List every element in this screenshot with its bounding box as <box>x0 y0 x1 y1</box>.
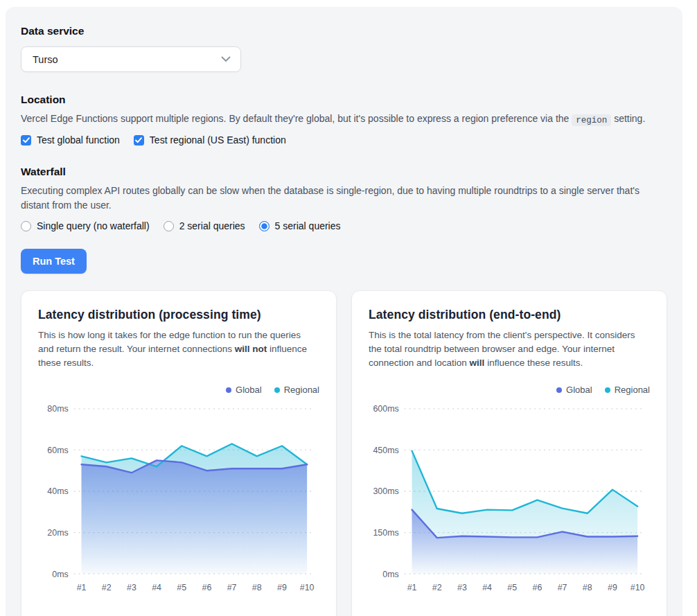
svg-text:#8: #8 <box>583 583 592 592</box>
svg-text:#4: #4 <box>152 583 161 592</box>
location-description: Vercel Edge Functions support multiple r… <box>21 112 662 127</box>
svg-text:450ms: 450ms <box>373 446 398 455</box>
svg-text:#1: #1 <box>407 583 417 592</box>
legend-item-global: Global <box>556 385 592 395</box>
legend-label: Regional <box>284 385 319 395</box>
svg-text:#9: #9 <box>608 583 617 592</box>
legend-label: Global <box>566 385 592 395</box>
svg-text:80ms: 80ms <box>47 404 68 414</box>
data-service-select[interactable]: Turso <box>21 46 241 72</box>
svg-text:300ms: 300ms <box>373 486 398 496</box>
checkbox-option[interactable]: Test global function <box>21 134 120 146</box>
chart-card-processing-time: Latency distribution (processing time) T… <box>21 290 337 616</box>
radio-unselected-icon[interactable] <box>21 221 31 231</box>
run-test-button[interactable]: Run Test <box>21 249 87 274</box>
legend-dot-icon <box>226 387 231 393</box>
chart-description: This is how long it takes for the edge f… <box>38 328 307 370</box>
svg-text:40ms: 40ms <box>47 486 68 496</box>
chart-title: Latency distribution (end-to-end) <box>369 308 650 322</box>
legend-dot-icon <box>605 387 610 393</box>
chevron-down-icon <box>221 56 231 62</box>
chart-card-end-to-end: Latency distribution (end-to-end) This i… <box>351 290 667 616</box>
svg-text:60ms: 60ms <box>47 446 68 455</box>
svg-text:#3: #3 <box>457 583 467 592</box>
legend-dot-icon <box>556 387 562 393</box>
svg-text:#7: #7 <box>227 583 237 592</box>
radio-selected-icon[interactable] <box>259 221 270 231</box>
svg-text:#9: #9 <box>277 583 287 592</box>
radio-unselected-icon[interactable] <box>164 221 174 231</box>
svg-text:#6: #6 <box>533 583 542 592</box>
chart-description: This is the total latency from the clien… <box>369 328 637 370</box>
radio-label: Single query (no waterfall) <box>37 220 150 231</box>
svg-text:#3: #3 <box>127 583 136 592</box>
radio-label: 2 serial queries <box>179 220 245 231</box>
svg-text:#10: #10 <box>300 583 315 592</box>
radio-option[interactable]: Single query (no waterfall) <box>21 220 150 231</box>
legend-dot-icon <box>274 387 280 393</box>
checkbox-option[interactable]: Test regional (US East) function <box>134 134 286 146</box>
svg-text:#2: #2 <box>432 583 442 592</box>
latency-end-to-end-chart: 600ms450ms300ms150ms0ms#1#2#3#4#5#6#7#8#… <box>369 399 650 599</box>
waterfall-description: Executing complex API routes globally ca… <box>21 184 665 213</box>
data-service-selected-value: Turso <box>33 54 58 65</box>
svg-text:#4: #4 <box>482 583 492 592</box>
chart-legend: GlobalRegional <box>369 385 650 395</box>
svg-text:600ms: 600ms <box>373 404 398 414</box>
svg-text:0ms: 0ms <box>52 570 68 579</box>
checkbox-checked-icon[interactable] <box>21 135 31 146</box>
svg-text:#7: #7 <box>558 583 567 592</box>
radio-option[interactable]: 5 serial queries <box>259 220 341 231</box>
svg-text:#2: #2 <box>102 583 112 592</box>
legend-item-regional: Regional <box>605 385 650 395</box>
settings-panel: Data service Turso Location Vercel Edge … <box>6 7 682 616</box>
svg-text:150ms: 150ms <box>373 528 398 538</box>
chart-legend: GlobalRegional <box>38 385 319 395</box>
legend-item-regional: Regional <box>274 385 319 395</box>
svg-text:#5: #5 <box>177 583 186 592</box>
svg-text:20ms: 20ms <box>47 528 68 538</box>
svg-text:#10: #10 <box>630 583 645 592</box>
latency-processing-chart: 80ms60ms40ms20ms0ms#1#2#3#4#5#6#7#8#9#10 <box>38 399 319 599</box>
legend-label: Regional <box>615 385 650 395</box>
svg-text:#1: #1 <box>77 583 87 592</box>
waterfall-heading: Waterfall <box>21 166 667 178</box>
chart-title: Latency distribution (processing time) <box>38 308 319 322</box>
checkbox-checked-icon[interactable] <box>134 135 144 146</box>
svg-text:#5: #5 <box>507 583 517 592</box>
svg-text:0ms: 0ms <box>382 570 398 579</box>
radio-option[interactable]: 2 serial queries <box>164 220 245 231</box>
svg-text:#8: #8 <box>252 583 262 592</box>
legend-item-global: Global <box>226 385 262 395</box>
charts-row: Latency distribution (processing time) T… <box>21 290 667 616</box>
svg-text:#6: #6 <box>202 583 212 592</box>
location-checkbox-row: Test global functionTest regional (US Ea… <box>21 134 667 146</box>
legend-label: Global <box>236 385 262 395</box>
data-service-heading: Data service <box>21 25 667 37</box>
location-heading: Location <box>21 94 667 106</box>
radio-label: 5 serial queries <box>275 220 341 231</box>
waterfall-radio-row: Single query (no waterfall)2 serial quer… <box>21 220 667 231</box>
checkbox-label: Test global function <box>37 134 120 146</box>
checkbox-label: Test regional (US East) function <box>150 134 286 146</box>
